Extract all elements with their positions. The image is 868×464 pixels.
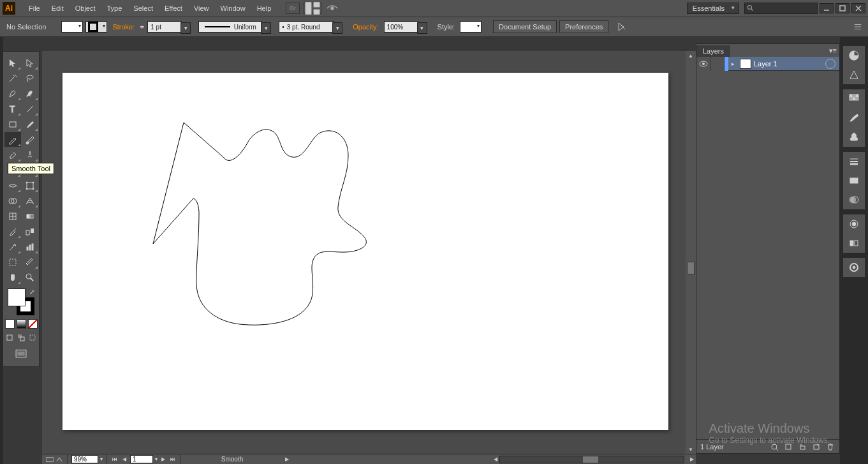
hand-tool[interactable] — [4, 270, 21, 285]
type-tool[interactable]: T — [4, 101, 21, 116]
make-clipping-mask-icon[interactable] — [783, 442, 793, 452]
fill-stroke-indicator[interactable]: ⤢ — [8, 288, 34, 315]
document-setup-button[interactable]: Document Setup — [493, 20, 557, 33]
sb-zoom[interactable]: 99% ▾ — [68, 454, 107, 465]
appearance-panel-icon[interactable] — [843, 214, 865, 234]
opacity-label[interactable]: Opacity: — [350, 23, 381, 31]
workspace-switcher[interactable]: Essentials — [687, 3, 739, 14]
scroll-up-arrow-icon[interactable]: ▲ — [686, 51, 696, 60]
layers-panel-menu-icon[interactable]: ▾≡ — [829, 47, 837, 55]
align-to-icon[interactable] — [615, 21, 628, 33]
swap-fill-stroke-icon[interactable]: ⤢ — [29, 288, 34, 296]
hscroll-left-icon[interactable]: ◀ — [492, 456, 499, 463]
perspective-grid-tool[interactable] — [22, 193, 38, 208]
direct-selection-tool[interactable] — [22, 56, 38, 70]
screen-mode-toggle[interactable] — [13, 347, 29, 360]
graphic-styles-panel-icon[interactable] — [843, 234, 865, 253]
scroll-thumb-v[interactable] — [687, 262, 695, 274]
canvas-area[interactable]: ▲ ▼ — [42, 51, 696, 454]
shape-builder-tool[interactable] — [4, 193, 21, 208]
width-tool[interactable] — [4, 178, 21, 193]
zoom-tool[interactable] — [22, 270, 38, 285]
eraser-tool[interactable] — [4, 147, 21, 162]
next-artboard-button[interactable]: ▶ — [159, 456, 167, 463]
menu-file[interactable]: File — [23, 3, 46, 14]
gradient-panel-icon[interactable] — [843, 171, 865, 190]
gpu-preview-icon[interactable] — [325, 3, 339, 14]
window-minimize[interactable] — [820, 3, 834, 13]
scissors-tool[interactable] — [22, 147, 38, 162]
stroke-weight-field[interactable]: 1 pt — [147, 21, 182, 33]
draw-behind-icon[interactable] — [17, 333, 26, 342]
status-menu-arrow[interactable]: ▶ — [283, 456, 291, 463]
draw-normal-icon[interactable] — [5, 333, 15, 342]
hscroll-right-icon[interactable]: ▶ — [688, 456, 696, 463]
menu-window[interactable]: Window — [215, 3, 251, 14]
help-search[interactable] — [744, 3, 818, 14]
paintbrush-tool[interactable] — [22, 117, 38, 131]
free-transform-tool[interactable] — [22, 178, 38, 193]
fill-swatch[interactable] — [61, 21, 83, 33]
canvas-horizontal-scrollbar[interactable] — [499, 456, 684, 463]
bridge-icon[interactable]: Br — [286, 3, 300, 14]
window-maximize[interactable] — [835, 3, 850, 13]
menu-object[interactable]: Object — [70, 3, 101, 14]
symbols-panel-icon[interactable] — [843, 128, 865, 147]
draw-inside-icon[interactable] — [28, 333, 38, 342]
menu-select[interactable]: Select — [128, 3, 159, 14]
color-mode-none[interactable] — [28, 319, 38, 329]
menu-view[interactable]: View — [188, 3, 215, 14]
fill-indicator[interactable] — [8, 288, 26, 306]
menu-type[interactable]: Type — [101, 3, 128, 14]
color-mode-gradient[interactable] — [17, 319, 26, 329]
first-artboard-button[interactable]: ⏮ — [111, 456, 119, 463]
layer-row[interactable]: ▸ Layer 1 — [696, 57, 839, 71]
rectangle-tool[interactable] — [4, 117, 21, 131]
stroke-profile-field[interactable]: Uniform — [198, 21, 262, 33]
stroke-panel-icon[interactable] — [843, 152, 865, 171]
gradient-tool[interactable] — [22, 209, 38, 223]
layers-panel-tab[interactable]: Layers — [696, 45, 730, 57]
scroll-thumb-h[interactable] — [583, 456, 598, 463]
prev-artboard-button[interactable]: ◀ — [121, 456, 128, 463]
symbol-sprayer-tool[interactable] — [4, 239, 21, 254]
pencil-tool[interactable] — [4, 132, 21, 147]
sb-view-icons[interactable] — [42, 454, 68, 465]
selection-tool[interactable] — [4, 56, 21, 70]
opacity-field[interactable]: 100% — [384, 21, 418, 33]
blend-tool[interactable] — [22, 224, 38, 239]
transparency-panel-icon[interactable] — [843, 190, 865, 209]
lasso-tool[interactable] — [22, 71, 38, 86]
control-bar-menu-icon[interactable] — [851, 21, 864, 33]
curvature-tool[interactable] — [22, 86, 38, 101]
scroll-down-arrow-icon[interactable]: ▼ — [686, 445, 696, 454]
menu-help[interactable]: Help — [251, 3, 277, 14]
color-guide-panel-icon[interactable] — [843, 65, 865, 84]
arrange-docs-icon[interactable] — [304, 3, 321, 14]
brush-definition-field[interactable]: •3 pt. Round — [279, 21, 334, 33]
layer-expand-toggle[interactable]: ▸ — [728, 61, 737, 67]
slice-tool[interactable] — [22, 255, 38, 269]
new-layer-icon[interactable] — [811, 442, 821, 452]
stroke-label[interactable]: Stroke: — [110, 23, 137, 31]
menu-edit[interactable]: Edit — [46, 3, 70, 14]
stroke-swatch[interactable] — [85, 21, 107, 33]
layer-visibility-toggle[interactable] — [696, 57, 710, 71]
color-mode-solid[interactable] — [5, 319, 15, 329]
layer-target-icon[interactable] — [825, 59, 835, 69]
mesh-tool[interactable] — [4, 209, 21, 223]
window-close[interactable] — [851, 3, 865, 13]
delete-layer-icon[interactable] — [825, 442, 835, 452]
line-segment-tool[interactable] — [22, 101, 38, 116]
swatches-panel-icon[interactable] — [843, 89, 865, 109]
layer-name[interactable]: Layer 1 — [754, 60, 825, 68]
canvas-vertical-scrollbar[interactable]: ▲ ▼ — [686, 51, 696, 454]
pen-tool[interactable] — [4, 86, 21, 101]
magic-wand-tool[interactable] — [4, 71, 21, 86]
new-sublayer-icon[interactable] — [797, 442, 807, 452]
artboard-tool[interactable] — [4, 255, 21, 269]
blob-brush-tool[interactable] — [22, 132, 38, 147]
color-panel-icon[interactable] — [843, 46, 865, 65]
last-artboard-button[interactable]: ⏭ — [169, 456, 177, 463]
brushes-panel-icon[interactable] — [843, 109, 865, 128]
